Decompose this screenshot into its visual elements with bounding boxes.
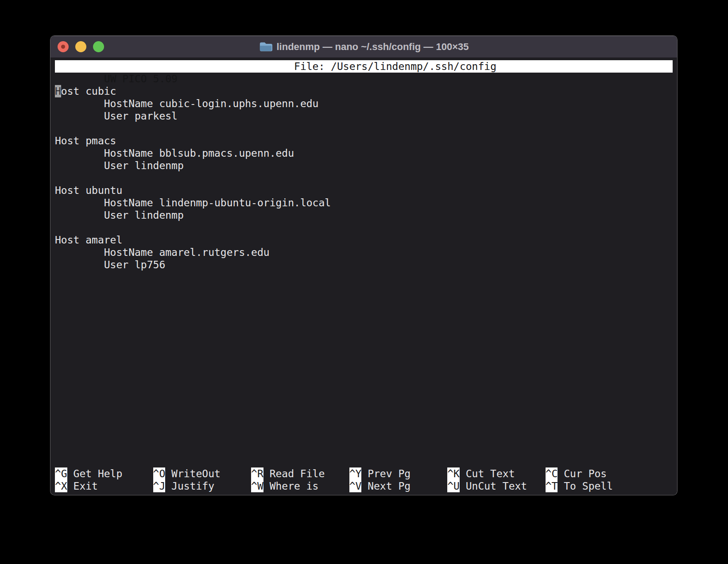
shortcut-row: ^GGet Help ^OWriteOut ^RRead File ^YPrev… — [55, 467, 673, 480]
buffer-line: Host pmacs — [55, 135, 673, 147]
nano-shortcut-bar: ^GGet Help ^OWriteOut ^RRead File ^YPrev… — [55, 467, 673, 492]
buffer-line: User lindenmp — [55, 159, 673, 172]
terminal-screen[interactable]: UW PICO 5.09 File: /Users/lindenmp/.ssh/… — [50, 58, 677, 495]
shortcut-key: ^J — [153, 480, 166, 492]
editor-buffer[interactable]: Host cubicH HostName cubic-login.uphs.up… — [55, 73, 673, 271]
buffer-line: User parkesl — [55, 110, 673, 122]
shortcut-exit: ^XExit — [55, 480, 153, 492]
buffer-line — [55, 221, 673, 234]
buffer-line — [55, 172, 673, 184]
titlebar[interactable]: lindenmp — nano ~/.ssh/config — 100×35 — [50, 36, 677, 58]
shortcut-prev-pg: ^YPrev Pg — [349, 467, 448, 480]
shortcut-uncut-text: ^UUnCut Text — [447, 480, 546, 492]
shortcut-key: ^G — [55, 467, 67, 480]
buffer-line: HostName amarel.rutgers.edu — [55, 246, 673, 259]
shortcut-label: Next Pg — [368, 480, 410, 492]
nano-file-label: File: /Users/lindenmp/.ssh/config — [294, 60, 496, 73]
shortcut-to-spell: ^TTo Spell — [546, 480, 644, 492]
buffer-line: HostName lindenmp-ubuntu-origin.local — [55, 197, 673, 209]
shortcut-next-pg: ^VNext Pg — [349, 480, 448, 492]
shortcut-key: ^X — [55, 480, 67, 492]
shortcut-label: Justify — [171, 480, 214, 492]
close-button[interactable] — [58, 41, 69, 52]
buffer-line: Host amarel — [55, 234, 673, 246]
shortcut-key: ^V — [349, 480, 362, 492]
buffer-line: HostName cubic-login.uphs.upenn.edu — [55, 97, 673, 110]
shortcut-read-file: ^RRead File — [251, 467, 349, 480]
folder-icon — [259, 41, 272, 52]
shortcut-justify: ^JJustify — [153, 480, 252, 492]
shortcut-label: Exit — [74, 480, 98, 492]
shortcut-key: ^Y — [349, 467, 362, 480]
shortcut-label: Read File — [270, 468, 325, 479]
buffer-line: Host cubicH — [55, 85, 673, 97]
shortcut-writeout: ^OWriteOut — [153, 467, 252, 480]
terminal-window: lindenmp — nano ~/.ssh/config — 100×35 U… — [50, 35, 678, 495]
shortcut-cut-text: ^KCut Text — [447, 467, 546, 480]
shortcut-cur-pos: ^CCur Pos — [546, 467, 644, 480]
shortcut-key: ^R — [251, 467, 263, 480]
shortcut-get-help: ^GGet Help — [55, 467, 153, 480]
buffer-line — [55, 122, 673, 135]
shortcut-key: ^U — [447, 480, 460, 492]
shortcut-label: WriteOut — [171, 468, 221, 479]
minimize-button[interactable] — [75, 41, 86, 52]
shortcut-key: ^K — [447, 467, 460, 480]
shortcut-key: ^T — [546, 480, 558, 492]
buffer-line: User lindenmp — [55, 209, 673, 221]
shortcut-where-is: ^WWhere is — [251, 480, 349, 492]
shortcut-label: Get Help — [74, 468, 123, 479]
shortcut-label: Where is — [270, 480, 319, 492]
window-title: lindenmp — nano ~/.ssh/config — 100×35 — [277, 41, 469, 53]
buffer-line: Host ubuntu — [55, 184, 673, 197]
shortcut-key: ^W — [251, 480, 263, 492]
nano-header-bar: UW PICO 5.09 File: /Users/lindenmp/.ssh/… — [55, 60, 673, 73]
shortcut-key: ^O — [153, 467, 166, 480]
text-cursor: H — [55, 85, 61, 97]
title-wrap: lindenmp — nano ~/.ssh/config — 100×35 — [259, 41, 469, 53]
shortcut-label: Prev Pg — [368, 468, 410, 479]
shortcut-row: ^XExit ^JJustify ^WWhere is ^VNext Pg ^U… — [55, 480, 673, 492]
shortcut-label: Cur Pos — [564, 468, 607, 479]
shortcut-label: To Spell — [564, 480, 613, 492]
shortcut-key: ^C — [546, 467, 558, 480]
buffer-line: User lp756 — [55, 259, 673, 271]
buffer-line: HostName bblsub.pmacs.upenn.edu — [55, 147, 673, 159]
buffer-line — [55, 73, 673, 85]
window-controls — [58, 36, 104, 58]
zoom-button[interactable] — [93, 41, 104, 52]
shortcut-label: Cut Text — [466, 468, 515, 479]
shortcut-label: UnCut Text — [466, 480, 527, 492]
